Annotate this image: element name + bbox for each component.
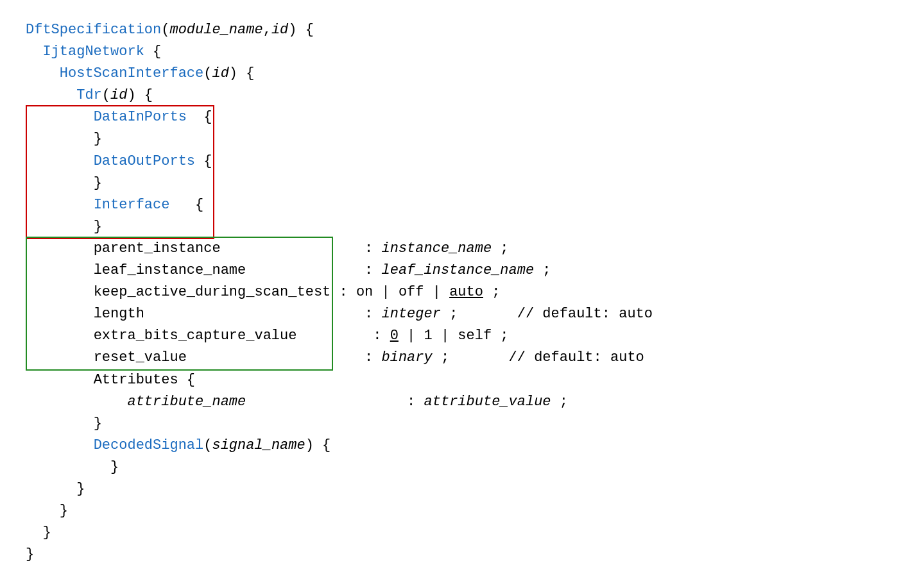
code-line: length : integer ; // default: auto <box>26 303 875 325</box>
code-line: DataOutPorts { <box>26 151 875 172</box>
code-line: DataInPorts { <box>26 106 875 128</box>
code-line: HostScanInterface(id) { <box>26 63 875 85</box>
code-line: } <box>26 457 875 478</box>
code-line: IjtagNetwork { <box>26 41 875 63</box>
code-line: Interface { <box>26 194 875 216</box>
code-block: DftSpecification(module_name,id) { Ijtag… <box>26 19 875 566</box>
code-line: } <box>26 128 875 150</box>
code-line: DftSpecification(module_name,id) { <box>26 19 875 41</box>
code-line: } <box>26 522 875 544</box>
code-line: } <box>26 478 875 500</box>
code-line: attribute_name : attribute_value ; <box>26 391 875 413</box>
code-line: Attributes { <box>26 369 875 391</box>
code-line: } <box>26 216 875 238</box>
code-line: extra_bits_capture_value : 0 | 1 | self … <box>26 325 875 347</box>
code-line: } <box>26 500 875 522</box>
code-line: parent_instance : instance_name ; <box>26 238 875 260</box>
code-line: Tdr(id) { <box>26 85 875 106</box>
code-line: reset_value : binary ; // default: auto <box>26 347 875 369</box>
code-line: } <box>26 544 875 566</box>
code-line: } <box>26 172 875 194</box>
code-line: DecodedSignal(signal_name) { <box>26 435 875 457</box>
code-line: keep_active_during_scan_test : on | off … <box>26 281 875 303</box>
code-line: } <box>26 413 875 435</box>
code-line: leaf_instance_name : leaf_instance_name … <box>26 260 875 281</box>
